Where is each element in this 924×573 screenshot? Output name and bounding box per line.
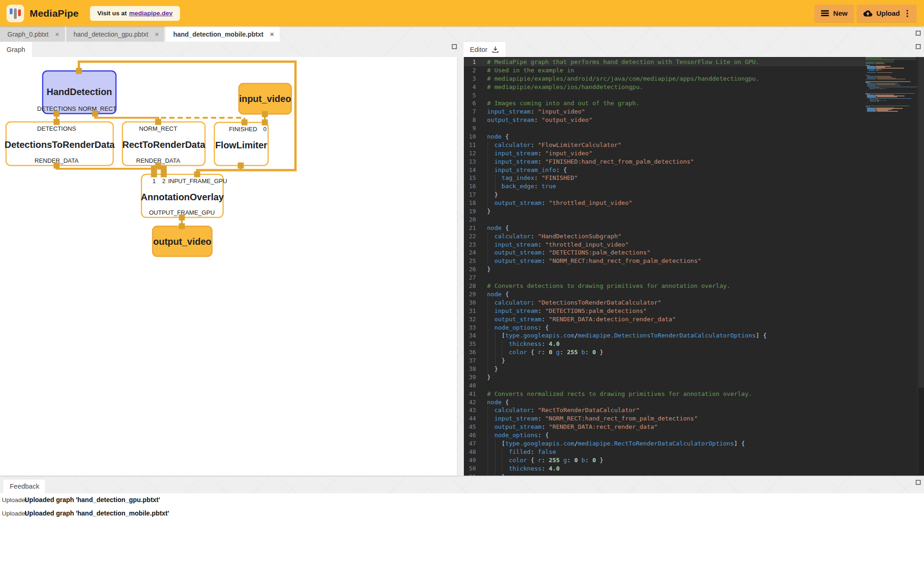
code-line[interactable]: 3# mediapipie/examples/android/src/java/… (464, 75, 918, 83)
code-line[interactable]: 48 filled: false (464, 448, 918, 456)
line-number: 49 (464, 456, 476, 465)
port-connector[interactable] (179, 223, 185, 229)
close-tab-icon[interactable]: × (270, 31, 274, 38)
code-line[interactable]: 43 calculator: "RectToRenderDataCalculat… (464, 406, 918, 414)
code-line[interactable]: 46 node_options: { (464, 431, 918, 439)
code-line[interactable]: 16 back_edge: true (464, 182, 918, 191)
code-line[interactable]: 35 thickness: 4.0 (464, 340, 918, 348)
code-line[interactable]: 37 } (464, 357, 918, 365)
port-connector[interactable] (194, 172, 200, 178)
port-connector[interactable] (151, 172, 157, 178)
port-connector[interactable] (155, 119, 161, 125)
graph-node-annotation-overlay[interactable]: AnnotationOverlay12INPUT_FRAME_GPUOUTPUT… (141, 174, 227, 217)
port-connector[interactable] (262, 111, 268, 117)
code-line[interactable]: 18 output_stream: "throttled_input_video… (464, 199, 918, 207)
port-connector[interactable] (161, 166, 167, 172)
code-line[interactable]: 39} (464, 373, 918, 382)
code-line[interactable]: 24 output_stream: "DETECTIONS:palm_detec… (464, 248, 918, 257)
code-line[interactable]: 20 (464, 216, 918, 224)
graph-node-rect-to-render-data[interactable]: RectToRenderDataNORM_RECTRENDER_DATA (122, 122, 205, 166)
file-tab-hand_detection_mobile-pbtxt[interactable]: hand_detection_mobile.pbtxt× (166, 26, 279, 42)
mediapipe-dev-link[interactable]: mediapipe.dev (129, 10, 173, 17)
code-line[interactable]: 38 } (464, 365, 918, 373)
code-line[interactable]: 31 input_stream: "DETECTIONS:palm_detect… (464, 307, 918, 315)
code-line[interactable]: 25 output_stream: "NORM_RECT:hand_rect_f… (464, 257, 918, 265)
code-line[interactable]: 47 [type.googleapis.com/mediapipe.RectTo… (464, 439, 918, 448)
line-number: 36 (464, 348, 476, 357)
editor-scrollbar[interactable] (918, 57, 924, 476)
graph-node-detections-to-render-data[interactable]: DetectionsToRenderDataDETECTIONSRENDER_D… (5, 122, 115, 166)
close-tab-icon[interactable]: × (155, 31, 159, 38)
graph-panel-popout-icon[interactable] (452, 44, 457, 49)
code-line[interactable]: 28# Converts detections to drawing primi… (464, 282, 918, 290)
code-line[interactable]: 32 output_stream: "RENDER_DATA:detection… (464, 315, 918, 324)
graph-node-flow-limiter[interactable]: FlowLimiterFINISHED0 (214, 122, 268, 166)
code-line[interactable]: 11 calculator: "FlowLimiterCalculator" (464, 141, 918, 149)
code-line[interactable]: 17 } (464, 191, 918, 199)
code-line[interactable]: 44 input_stream: "NORM_RECT:hand_rect_fr… (464, 414, 918, 423)
tab-feedback[interactable]: Feedback (3, 479, 45, 493)
code-line[interactable]: 36 color { r: 0 g: 255 b: 0 } (464, 348, 918, 357)
new-button[interactable]: New (815, 5, 854, 22)
more-options-icon[interactable] (905, 9, 910, 18)
code-line[interactable]: 6# Images coming into and out of the gra… (464, 99, 918, 108)
tab-editor[interactable]: Editor (463, 42, 506, 57)
port-connector[interactable] (262, 120, 268, 126)
feedback-panel-popout-icon[interactable] (916, 480, 921, 485)
graph-node-output-video[interactable]: output_video (153, 226, 212, 256)
port-connector[interactable] (179, 215, 185, 221)
graph-node-input-video[interactable]: input_video (239, 83, 291, 114)
code-line[interactable]: 45 output_stream: "RENDER_DATA:rect_rend… (464, 423, 918, 431)
code-editor[interactable]: 1# MediaPipe graph that performs hand de… (464, 57, 924, 476)
code-line[interactable]: 14 input_stream_info: { (464, 166, 918, 174)
port-connector[interactable] (54, 119, 60, 125)
code-line[interactable]: 34 [type.googleapis.com/mediapipe.Detect… (464, 331, 918, 340)
code-line[interactable]: 19} (464, 207, 918, 216)
code-line[interactable]: 4# mediapipie/examples/ios/handdetection… (464, 83, 918, 91)
code-area[interactable]: 1# MediaPipe graph that performs hand de… (464, 58, 918, 476)
port-connector[interactable] (54, 163, 60, 169)
code-line[interactable]: 13 input_stream: "FINISHED:hand_rect_fro… (464, 158, 918, 166)
code-line[interactable]: 8output_stream: "output_video" (464, 116, 918, 124)
port-connector[interactable] (238, 163, 244, 169)
code-line[interactable]: 30 calculator: "DetectionsToRenderDataCa… (464, 299, 918, 307)
editor-panel-popout-icon[interactable] (916, 44, 921, 49)
upload-button[interactable]: Upload (857, 5, 917, 22)
graph-node-hand-detection[interactable]: HandDetectionDETECTIONSNORM_RECT (37, 71, 116, 114)
port-connector[interactable] (242, 120, 248, 126)
editor-minimap[interactable] (866, 57, 918, 476)
code-line[interactable]: 49 color { r: 255 g: 0 b: 0 } (464, 456, 918, 465)
code-line[interactable]: 23 input_stream: "throttled_input_video" (464, 241, 918, 249)
download-icon[interactable] (492, 46, 499, 53)
code-line[interactable]: 33 node_options: { (464, 324, 918, 332)
code-line[interactable]: 12 input_stream: "input_video" (464, 149, 918, 158)
code-line[interactable]: 2# Used in the example in (464, 66, 918, 75)
code-line[interactable]: 26} (464, 265, 918, 274)
code-line[interactable]: 27 (464, 274, 918, 282)
port-connector[interactable] (54, 111, 60, 117)
port-connector[interactable] (92, 111, 98, 117)
scrollbar-thumb[interactable] (918, 57, 924, 388)
code-line[interactable]: 10node { (464, 133, 918, 141)
close-tab-icon[interactable]: × (55, 31, 59, 38)
code-line[interactable]: 42node { (464, 398, 918, 407)
code-line[interactable]: 9 (464, 124, 918, 133)
port-connector[interactable] (151, 166, 157, 172)
port-connector[interactable] (161, 172, 167, 178)
code-line[interactable]: 40 (464, 382, 918, 390)
code-line[interactable]: 5 (464, 91, 918, 100)
file-tab-Graph_0-pbtxt[interactable]: Graph_0.pbtxt× (0, 26, 65, 42)
file-tab-hand_detection_gpu-pbtxt[interactable]: hand_detection_gpu.pbtxt× (66, 26, 165, 42)
code-line[interactable]: 7input_stream: "input_video" (464, 108, 918, 116)
code-line[interactable]: 29node { (464, 290, 918, 299)
code-line-text: input_stream: "input_video" (487, 108, 585, 116)
port-connector[interactable] (76, 68, 82, 74)
code-line[interactable]: 41# Converts normalized rects to drawing… (464, 390, 918, 398)
code-line[interactable]: 22 calculator: "HandDetectionSubgraph" (464, 232, 918, 241)
code-line[interactable]: 1# MediaPipe graph that performs hand de… (464, 58, 918, 66)
code-line[interactable]: 21node { (464, 224, 918, 232)
code-line[interactable]: 15 tag_index: "FINISHED" (464, 174, 918, 182)
code-line[interactable]: 50 thickness: 4.0 (464, 465, 918, 473)
graph-canvas[interactable]: HandDetectionDETECTIONSNORM_RECTinput_vi… (0, 57, 457, 476)
tab-graph[interactable]: Graph (0, 42, 32, 57)
